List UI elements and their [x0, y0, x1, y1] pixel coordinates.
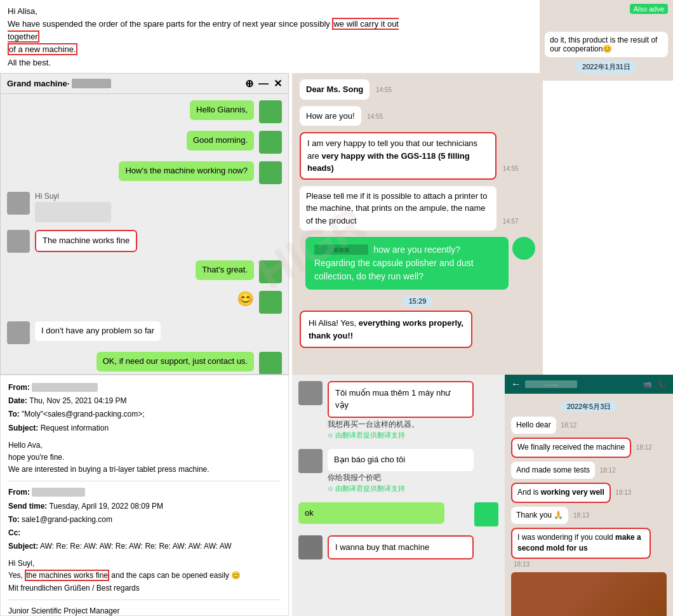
- email2-to-label: To:: [8, 515, 20, 524]
- email1-body1: Hello Ava,: [8, 439, 281, 452]
- wc-avatar-right-2: [259, 131, 282, 154]
- wa2-msg-6: I was wondering if you could make a seco…: [511, 528, 667, 568]
- email1-from-label: From:: [8, 383, 30, 392]
- wa2-video-icon[interactable]: 📹: [643, 380, 652, 389]
- bottom-center-wc-messages: Tôi muốn mua thêm 1 máy như vậy 我想再买一台这样…: [292, 375, 505, 616]
- email2-body: Hi Suyi, Yes, the machines works fine an…: [8, 558, 281, 594]
- wa-msg-5: Hi Alisa! Yes, everything works properly…: [300, 311, 535, 348]
- wc-avatar-right-6: [259, 352, 282, 374]
- email-divider: [8, 481, 281, 481]
- wechat-icon1[interactable]: ⊕: [245, 77, 253, 90]
- wc2-avatar-3: [474, 502, 498, 526]
- wc2-sub-text-2: 你给我报个价吧: [328, 472, 498, 483]
- wa2-time-3: 18:12: [600, 467, 616, 474]
- wa2-contact-name-blur: ——: [525, 380, 577, 388]
- wechat-icon3[interactable]: ✕: [274, 77, 282, 90]
- email1-subject-val: Request information: [41, 424, 109, 432]
- wc2-bubble-ok: ok: [298, 502, 444, 525]
- wa-message-bubble: do it, this product is the result of our…: [545, 32, 668, 57]
- wc-emoji: 😊: [237, 291, 254, 307]
- email1-to-val: "Moly"<sales@grand-packing.com>;: [22, 410, 144, 418]
- wa-msg-text: do it, this product is the result of our…: [550, 36, 657, 53]
- wc2-bubble-2: Bạn báo giá cho tôi: [328, 449, 474, 471]
- wa2-bubble-received: We finally received the machine: [511, 438, 631, 457]
- wa-avatar-large: [512, 237, 535, 260]
- center-whatsapp-panel: Dear Ms. Song 14:55 How are you! 14:55 I…: [292, 73, 543, 375]
- wc-msg-emoji: 😊: [7, 291, 282, 314]
- email2-cc: Cc:: [8, 527, 281, 539]
- email2-from-label: From:: [8, 488, 30, 497]
- wechat-messages: Hello Giannis, Good morning. How's the m…: [1, 94, 288, 374]
- wc2-msg-4: I wanna buy that machine: [298, 535, 498, 560]
- wc-bubble-2: Good morning.: [187, 131, 254, 151]
- email1-date: Date: Thu, Nov 25, 2021 04:19 PM: [8, 395, 281, 407]
- highlight-new-machine: of a new machine.: [8, 43, 77, 55]
- email1-body: Hello Ava, hope you're fine. We are inte…: [8, 439, 281, 476]
- wc2-content-3: ok: [298, 502, 469, 525]
- wc-blurred-msg: [35, 202, 111, 222]
- wc-bubble-3: How's the machine working now?: [119, 161, 254, 181]
- email2-body1: Hi Suyi,: [8, 558, 281, 570]
- wa-time-3: 14:55: [503, 165, 519, 172]
- email2-to: To: sale1@grand-packing.com: [8, 514, 281, 526]
- wa2-call-icon[interactable]: 📞: [657, 380, 667, 389]
- wc-avatar-left-3: [7, 321, 30, 344]
- wechat-header: Grand machine· —— ⊕ — ✕: [1, 74, 288, 94]
- wa2-back-arrow[interactable]: ←: [511, 378, 521, 390]
- wa2-time-1: 18:12: [561, 422, 576, 429]
- wc-bubble-5: That's great.: [196, 260, 254, 280]
- email2-subject-label: Subject:: [8, 542, 38, 551]
- wa2-time-4: 18:13: [615, 489, 631, 496]
- wa2-time-5: 18:13: [573, 512, 589, 519]
- wc-avatar-right: [259, 100, 282, 123]
- email2-cc-label: Cc:: [8, 528, 20, 537]
- wa2-bubble-1: Hello dear: [511, 417, 556, 434]
- email1-date-val: Thu, Nov 25, 2021 04:19 PM: [29, 396, 126, 405]
- wc-msg-4: The machine works fine: [7, 230, 282, 253]
- wa2-msg-1: Hello dear 18:12: [511, 417, 667, 434]
- wc-msg-2: Good morning.: [7, 131, 282, 154]
- bottom-right-whatsapp: ← —— 📹 📞 2022年5月3日 Hello dear 18:12 We f…: [505, 375, 673, 616]
- email-text-before: We have suspended the order of the spare…: [8, 19, 330, 29]
- wechat-panel: Grand machine· —— ⊕ — ✕ Hello Giannis, G…: [0, 73, 289, 375]
- wechat-title-blur: ——: [72, 79, 111, 88]
- wa-bubble-printer: Please tell me if it is possible to atta…: [300, 186, 496, 231]
- wechat-icon2[interactable]: —: [258, 78, 269, 90]
- email2-from: From: ——: [8, 486, 281, 499]
- email-body-line2: of a new machine.: [8, 43, 402, 56]
- wa-msg-1: Dear Ms. Song 14:55: [300, 79, 535, 100]
- wa2-header-icons: 📹 📞: [643, 380, 667, 389]
- email1-date-label: Date:: [8, 396, 27, 405]
- email1-body3: We are interested in buying a tri-layer …: [8, 464, 281, 476]
- wa-bubble-large-green: ■■■ how are you recently?Regarding the c…: [305, 237, 509, 290]
- email-closing: All the best.: [8, 57, 402, 69]
- wa-bubble-2: How are you!: [300, 106, 361, 126]
- wa2-date-text: 2022年5月3日: [561, 401, 618, 412]
- wc-msg-7: OK, if need our support, just contact us…: [7, 352, 282, 374]
- top-email-section: Hi Alisa, We have suspended the order of…: [0, 0, 410, 74]
- wc2-translate-2: ⊙ 由翻译君提供翻译支持: [328, 484, 498, 493]
- wa-date-badge: 2022年1月31日: [576, 61, 637, 73]
- wa2-bubble-thanks: Thank you 🙏: [511, 507, 568, 524]
- wc2-avatar-4: [298, 535, 323, 559]
- wc-avatar-left-2: [7, 230, 30, 253]
- email2-subject: Subject: AW: Re: Re: AW: AW: Re: AW: Re:…: [8, 540, 281, 552]
- wc2-content-2: Bạn báo giá cho tôi 你给我报个价吧 ⊙ 由翻译君提供翻译支持: [328, 449, 498, 493]
- email1-body2: hope you're fine.: [8, 452, 281, 464]
- wa2-msg-2: We finally received the machine 18:12: [511, 438, 667, 457]
- wa-bubble-ggs: I am very happy to tell you that our tec…: [300, 132, 496, 180]
- highlight-machines-works-fine: the machines works fine: [25, 570, 109, 581]
- also-adv-button[interactable]: Also adve: [630, 4, 668, 14]
- wc2-avatar-2: [298, 449, 323, 473]
- wc-bubble-7: OK, if need our support, just contact us…: [97, 352, 254, 372]
- wa2-bubble-working: And is working very well: [511, 483, 611, 502]
- wc-msg-1: Hello Giannis,: [7, 100, 282, 123]
- wa2-messages: 2022年5月3日 Hello dear 18:12 We finally re…: [505, 394, 673, 616]
- email1-to: To: "Moly"<sales@grand-packing.com>;: [8, 408, 281, 420]
- wa-msg-4: Please tell me if it is possible to atta…: [300, 186, 535, 231]
- email1-subject-label: Subject:: [8, 424, 38, 432]
- wc2-bubble-1: Tôi muốn mua thêm 1 máy như vậy: [328, 381, 474, 418]
- wa2-msg-5: Thank you 🙏 18:13: [511, 507, 667, 524]
- bottom-left-email-section: From: —— Date: Thu, Nov 25, 2021 04:19 P…: [0, 375, 289, 616]
- wechat-group-name: Grand machine·: [7, 79, 69, 88]
